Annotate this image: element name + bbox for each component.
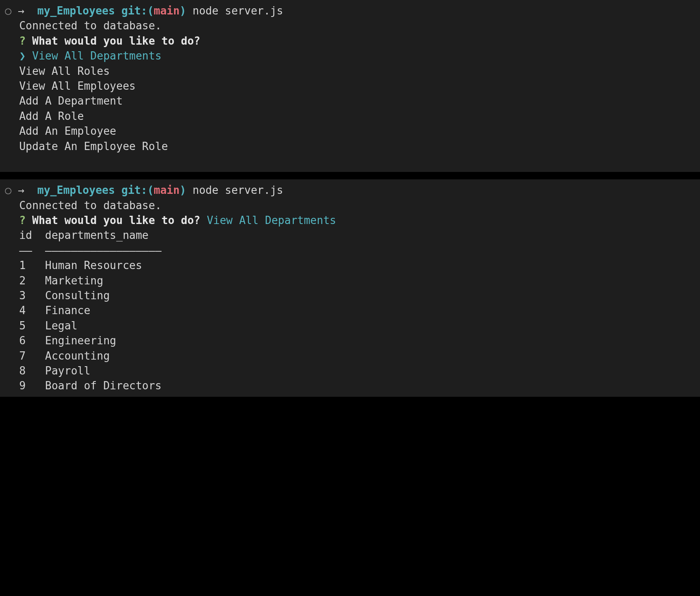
arrow-icon: → bbox=[18, 184, 24, 196]
git-branch: main bbox=[154, 5, 180, 17]
shell-prompt-line: ○ → my_Employees git:(main) node server.… bbox=[5, 183, 695, 198]
selected-option-label: View All Departments bbox=[32, 50, 162, 62]
row-id: 3 bbox=[19, 289, 26, 302]
table-row: 6 Engineering bbox=[5, 333, 695, 348]
row-id: 5 bbox=[19, 319, 26, 332]
menu-option[interactable]: View All Employees bbox=[5, 79, 695, 93]
chosen-answer: View All Departments bbox=[207, 214, 336, 226]
question-mark-icon: ? bbox=[19, 214, 26, 226]
table-row: 4 Finance bbox=[5, 303, 695, 318]
command-text: node server.js bbox=[193, 5, 283, 17]
arrow-icon: → bbox=[18, 5, 24, 17]
close-paren: ) bbox=[180, 5, 186, 17]
row-name: Accounting bbox=[45, 350, 110, 362]
table-row: 3 Consulting bbox=[5, 288, 695, 303]
close-paren: ) bbox=[180, 184, 186, 196]
open-paren: ( bbox=[147, 5, 154, 17]
folder-name: my_Employees bbox=[37, 184, 115, 196]
row-id: 1 bbox=[19, 259, 26, 272]
row-name: Consulting bbox=[45, 289, 110, 302]
connected-message: Connected to database. bbox=[5, 18, 695, 33]
table-row: 1 Human Resources bbox=[5, 258, 695, 273]
folder-name: my_Employees bbox=[37, 5, 115, 17]
command-text: node server.js bbox=[193, 184, 283, 196]
menu-option[interactable]: Add A Role bbox=[5, 109, 695, 124]
caret-icon: ❯ bbox=[19, 50, 26, 62]
row-name: Payroll bbox=[45, 365, 90, 377]
row-id: 7 bbox=[19, 350, 26, 362]
divider-col2: —————————————————— bbox=[45, 244, 162, 257]
divider-col1: —— bbox=[19, 244, 32, 257]
table-row: 5 Legal bbox=[5, 318, 695, 333]
row-name: Human Resources bbox=[45, 259, 142, 272]
option-label: Update An Employee Role bbox=[19, 140, 168, 153]
menu-option[interactable]: View All Roles bbox=[5, 64, 695, 79]
menu-option[interactable]: Update An Employee Role bbox=[5, 139, 695, 154]
option-label: Add An Employee bbox=[19, 125, 116, 137]
table-row: 8 Payroll bbox=[5, 363, 695, 378]
git-branch: main bbox=[154, 184, 180, 196]
open-paren: ( bbox=[147, 184, 154, 196]
menu-option[interactable]: Add An Employee bbox=[5, 124, 695, 138]
row-name: Marketing bbox=[45, 274, 103, 287]
table-divider: —— —————————————————— bbox=[5, 243, 695, 258]
row-name: Legal bbox=[45, 319, 77, 332]
blank-line bbox=[5, 154, 695, 169]
circle-icon: ○ bbox=[5, 3, 12, 18]
option-label: View All Employees bbox=[19, 80, 136, 92]
menu-option[interactable]: Add A Department bbox=[5, 93, 695, 108]
terminal-panel-1[interactable]: ○ → my_Employees git:(main) node server.… bbox=[0, 0, 700, 172]
shell-prompt-line: ○ → my_Employees git:(main) node server.… bbox=[5, 3, 695, 18]
row-id: 2 bbox=[19, 274, 26, 287]
table-header-row: id departments_name bbox=[5, 228, 695, 243]
circle-icon: ○ bbox=[5, 183, 12, 198]
row-name: Finance bbox=[45, 304, 90, 317]
table-header-name: departments_name bbox=[45, 229, 148, 241]
table-row: 2 Marketing bbox=[5, 273, 695, 288]
table-row: 7 Accounting bbox=[5, 348, 695, 363]
option-label: Add A Department bbox=[19, 95, 122, 107]
git-label: git: bbox=[121, 5, 148, 17]
row-name: Engineering bbox=[45, 334, 116, 347]
terminal-panel-2[interactable]: ○ → my_Employees git:(main) node server.… bbox=[0, 179, 700, 396]
option-label: Add A Role bbox=[19, 110, 84, 122]
question-text: What would you like to do? bbox=[32, 214, 200, 226]
git-label: git: bbox=[121, 184, 148, 196]
row-id: 6 bbox=[19, 334, 26, 347]
menu-option-selected[interactable]: ❯ View All Departments bbox=[5, 48, 695, 63]
connected-message: Connected to database. bbox=[5, 198, 695, 213]
option-label: View All Roles bbox=[19, 65, 110, 77]
row-id: 8 bbox=[19, 365, 26, 377]
table-row: 9 Board of Directors bbox=[5, 378, 695, 393]
question-text: What would you like to do? bbox=[32, 35, 200, 47]
inquirer-question: ? What would you like to do? bbox=[5, 33, 695, 48]
row-id: 9 bbox=[19, 379, 26, 392]
inquirer-question-answered: ? What would you like to do? View All De… bbox=[5, 213, 695, 228]
row-name: Board of Directors bbox=[45, 379, 162, 392]
row-id: 4 bbox=[19, 304, 26, 317]
question-mark-icon: ? bbox=[19, 35, 26, 47]
table-header-id: id bbox=[19, 229, 32, 241]
